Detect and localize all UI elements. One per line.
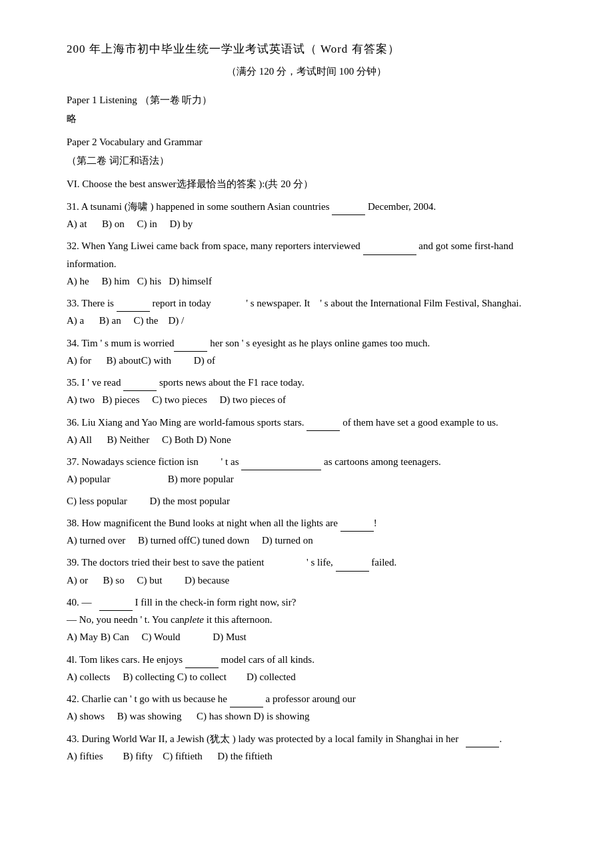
- question-37: 37. Nowadays science fiction isn ' t as …: [67, 452, 546, 510]
- question-32-options: A) he B) him C) his D) himself: [67, 272, 546, 290]
- question-43-text: 43. During World War II, a Jewish (犹太 ) …: [67, 729, 546, 747]
- question-35-text: 35. I ' ve read sports news about the F1…: [67, 373, 546, 391]
- question-39-options: A) or B) so C) but D) because: [67, 572, 546, 589]
- question-31: 31. A tsunami (海啸 ) happened in some sou…: [67, 197, 546, 233]
- question-40-options: A) May B) Can C) Would D) Must: [67, 628, 546, 646]
- question-37-options-b: C) less popular D) the most popular: [67, 492, 546, 510]
- question-36: 36. Liu Xiang and Yao Ming are world-fam…: [67, 413, 546, 449]
- vi-header: VI. Choose the best answer选择最恰当的答案 ):(共 …: [67, 176, 546, 193]
- question-40-text2: — No, you needn ' t. You canplete it thi…: [67, 611, 546, 628]
- question-38-options: A) turned over B) turned offC) tuned dow…: [67, 532, 546, 549]
- question-35: 35. I ' ve read sports news about the F1…: [67, 373, 546, 409]
- question-37-text: 37. Nowadays science fiction isn ' t as …: [67, 452, 546, 470]
- document-subtitle: （满分 120 分，考试时间 100 分钟）: [67, 63, 546, 81]
- question-38: 38. How magnificent the Bund looks at ni…: [67, 514, 546, 550]
- question-36-options: A) All B) Neither C) Both D) None: [67, 431, 546, 448]
- question-33: 33. There is report in today ' s newspap…: [67, 294, 546, 330]
- paper1-note: 略: [67, 111, 546, 128]
- paper2-label: Paper 2 Vocabulary and Grammar: [67, 134, 546, 151]
- question-34: 34. Tim ' s mum is worried her son ' s e…: [67, 334, 546, 370]
- paper2-note: （第二卷 词汇和语法）: [67, 153, 546, 170]
- question-35-options: A) two B) pieces C) two pieces D) two pi…: [67, 391, 546, 408]
- question-41: 4l. Tom likes cars. He enjoys model cars…: [67, 650, 546, 686]
- question-32-text: 32. When Yang Liwei came back from space…: [67, 236, 546, 272]
- question-42: 42. Charlie can ' t go with us because h…: [67, 689, 546, 725]
- question-39: 39. The doctors tried their best to save…: [67, 553, 546, 589]
- question-33-text: 33. There is report in today ' s newspap…: [67, 294, 546, 312]
- question-39-text: 39. The doctors tried their best to save…: [67, 553, 546, 571]
- question-34-text: 34. Tim ' s mum is worried her son ' s e…: [67, 334, 546, 352]
- question-40: 40. — I fill in the check-in form right …: [67, 593, 546, 646]
- question-36-text: 36. Liu Xiang and Yao Ming are world-fam…: [67, 413, 546, 431]
- document-title: 200 年上海市初中毕业生统一学业考试英语试（ Word 有答案）: [67, 40, 546, 59]
- question-42-options: A) shows B) was showing C) has shown D) …: [67, 707, 546, 725]
- question-43: 43. During World War II, a Jewish (犹太 ) …: [67, 729, 546, 765]
- question-33-options: A) a B) an C) the D) /: [67, 312, 546, 329]
- question-43-options: A) fifties B) fifty C) fiftieth D) the f…: [67, 747, 546, 765]
- question-32: 32. When Yang Liwei came back from space…: [67, 236, 546, 290]
- question-31-options: A) at B) on C) in D) by: [67, 215, 546, 232]
- question-42-text: 42. Charlie can ' t go with us because h…: [67, 689, 546, 707]
- question-40-text: 40. — I fill in the check-in form right …: [67, 593, 546, 611]
- question-41-text: 4l. Tom likes cars. He enjoys model cars…: [67, 650, 546, 668]
- question-41-options: A) collects B) collecting C) to collect …: [67, 668, 546, 685]
- question-38-text: 38. How magnificent the Bund looks at ni…: [67, 514, 546, 532]
- question-31-text: 31. A tsunami (海啸 ) happened in some sou…: [67, 197, 546, 215]
- question-34-options: A) for B) aboutC) with D) of: [67, 352, 546, 369]
- paper1-label: Paper 1 Listening （第一卷 听力）: [67, 92, 546, 109]
- question-37-options-a: A) popular B) more popular: [67, 470, 546, 488]
